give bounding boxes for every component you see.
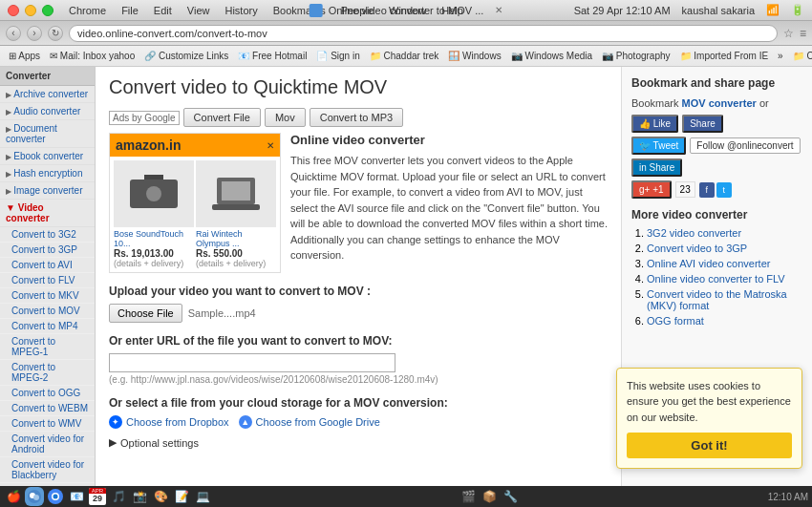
more-link-1[interactable]: 3G2 video converter	[647, 227, 741, 239]
optional-settings-button[interactable]: ▶ Optional settings	[109, 436, 608, 449]
bookmark-more[interactable]: »	[775, 50, 786, 62]
fb-mini-icon[interactable]: f	[699, 182, 715, 198]
tab-bar: Online video converter to MOV ... ✕	[310, 4, 503, 17]
sidebar-item-mov[interactable]: Convert to MOV	[0, 304, 95, 319]
ad-product-1: Bose SoundTouch 10... Rs. 19,013.00 (det…	[114, 160, 194, 268]
bookmark-other[interactable]: 📁 Other Bookmarks	[790, 50, 812, 62]
taskbar-center-1[interactable]: 🎬	[459, 487, 479, 506]
facebook-share-button[interactable]: Share	[682, 115, 723, 133]
sidebar-item-hash[interactable]: Hash encryption	[0, 165, 95, 182]
menu-file[interactable]: File	[121, 5, 139, 16]
taskbar-center-3[interactable]: 🔧	[502, 487, 521, 506]
convert-to-mp3-button[interactable]: Convert to MP3	[310, 108, 403, 127]
sidebar-item-archive[interactable]: Archive converter	[0, 86, 95, 103]
convert-file-button[interactable]: Convert File	[183, 108, 261, 127]
settings-icon[interactable]: ≡	[800, 27, 806, 40]
social-row-tw: 🐦 Tweet Follow @onlineconvert	[631, 137, 802, 155]
got-it-button[interactable]: Got it!	[627, 433, 792, 458]
main-two-col: amazon.in ✕ Bose SoundTouch 10... Rs. 19…	[109, 133, 608, 273]
ad-close-icon[interactable]: ✕	[267, 140, 274, 151]
bookmark-photography[interactable]: 📷 Photography	[599, 50, 673, 62]
taskbar-finder-icon[interactable]	[25, 487, 44, 506]
bookmark-windows-media[interactable]: 📷 Windows Media	[508, 50, 595, 62]
sidebar-item-audio[interactable]: Audio converter	[0, 103, 95, 120]
menu-view[interactable]: View	[187, 5, 210, 16]
taskbar-calendar-icon[interactable]: APR 29	[88, 487, 107, 506]
taskbar-icon-5[interactable]: 🎵	[109, 487, 128, 506]
taskbar-icon-8[interactable]: 📝	[172, 487, 191, 506]
sidebar-item-wmv[interactable]: Convert to WMV	[0, 416, 95, 432]
bookmark-mail[interactable]: ✉ Mail: Inbox yahoo	[47, 50, 138, 62]
taskbar-chrome-icon[interactable]	[46, 487, 65, 506]
more-converter-title: More video converter	[631, 208, 802, 222]
mov-button[interactable]: Mov	[265, 108, 306, 127]
ad-product-1-name[interactable]: Bose SoundTouch 10...	[114, 229, 194, 248]
twitter-tweet-button[interactable]: 🐦 Tweet	[631, 137, 686, 155]
taskbar-icon-7[interactable]: 🎨	[151, 487, 170, 506]
sidebar-item-avi[interactable]: Convert to AVI	[0, 258, 95, 273]
taskbar-mail-icon[interactable]: 📧	[67, 487, 86, 506]
sidebar-item-mkv[interactable]: Convert to MKV	[0, 288, 95, 304]
url-input[interactable]	[109, 353, 395, 372]
refresh-button[interactable]: ↻	[48, 26, 63, 41]
forward-button[interactable]: ›	[27, 26, 42, 41]
addressbar: ‹ › ↻ video.online-convert.com/convert-t…	[0, 21, 812, 46]
more-link-5[interactable]: Convert video to the Matroska (MKV) form…	[647, 288, 787, 311]
taskbar-apple-icon[interactable]: 🍎	[4, 487, 23, 506]
minimize-button[interactable]	[25, 5, 36, 16]
sidebar-item-webm[interactable]: Convert to WEBM	[0, 401, 95, 416]
maximize-button[interactable]	[42, 5, 53, 16]
close-button[interactable]	[8, 5, 19, 16]
upload-row: Choose File Sample....mp4	[109, 304, 608, 323]
taskbar-icon-6[interactable]: 📸	[130, 487, 149, 506]
bookmark-star-icon[interactable]: ☆	[783, 27, 794, 40]
drive-button[interactable]: ▲ Choose from Google Drive	[239, 415, 380, 429]
more-link-6[interactable]: OGG format	[647, 315, 704, 327]
sidebar-item-video[interactable]: ▼ Video converter	[0, 200, 95, 227]
dropbox-button[interactable]: ✦ Choose from Dropbox	[109, 415, 229, 429]
sidebar-item-mpeg2[interactable]: Convert to MPEG-2	[0, 360, 95, 386]
tab-title[interactable]: Online video converter to MOV ...	[329, 5, 484, 16]
google-plus-button[interactable]: g+ +1	[631, 180, 672, 199]
tw-mini-icon[interactable]: t	[716, 182, 732, 198]
bookmark-windows[interactable]: 🪟 Windows	[445, 50, 503, 62]
menu-edit[interactable]: Edit	[154, 5, 172, 16]
sidebar-item-mpeg1[interactable]: Convert to MPEG-1	[0, 334, 95, 360]
sidebar-item-3gp[interactable]: Convert to 3GP	[0, 243, 95, 258]
taskbar-icon-9[interactable]: 💻	[193, 487, 212, 506]
cloud-row: ✦ Choose from Dropbox ▲ Choose from Goog…	[109, 415, 608, 429]
tab-close-button[interactable]: ✕	[495, 5, 502, 15]
username-display: kaushal sakaria	[682, 5, 755, 16]
bookmark-imported[interactable]: 📁 Imported From IE	[677, 50, 772, 62]
menu-history[interactable]: History	[224, 5, 257, 16]
bookmark-chaddar[interactable]: 📁 Chaddar trek	[367, 50, 442, 62]
linkedin-share-button[interactable]: in Share	[631, 158, 682, 177]
taskbar-center-2[interactable]: 📦	[481, 487, 500, 506]
sidebar-item-3g2[interactable]: Convert to 3G2	[0, 227, 95, 243]
url-bar[interactable]: video.online-convert.com/convert-to-mov	[69, 25, 778, 42]
twitter-follow-button[interactable]: Follow @onlineconvert	[690, 137, 800, 154]
bookmark-signin[interactable]: 📄 Sign in	[313, 50, 362, 62]
ad-label: Ads by Google	[109, 111, 180, 125]
mov-converter-link[interactable]: MOV converter	[682, 97, 757, 109]
sidebar-item-ogg[interactable]: Convert to OGG	[0, 386, 95, 401]
sidebar-item-flv[interactable]: Convert to FLV	[0, 273, 95, 288]
more-link-3[interactable]: Online AVI video converter	[647, 258, 770, 269]
more-link-4[interactable]: Online video converter to FLV	[647, 273, 785, 285]
facebook-like-button[interactable]: 👍 Like	[631, 115, 678, 133]
more-link-2[interactable]: Convert video to 3GP	[647, 243, 747, 254]
ad-product-2-name[interactable]: Rai Wintech Olympus ...	[196, 229, 276, 248]
sidebar-item-ebook[interactable]: Ebook converter	[0, 148, 95, 165]
bookmark-apps[interactable]: ⊞ Apps	[6, 50, 43, 62]
sidebar-item-document[interactable]: Document converter	[0, 120, 95, 148]
bookmark-hotmail[interactable]: 📧 Free Hotmail	[235, 50, 310, 62]
sidebar-item-mp4[interactable]: Convert to MP4	[0, 319, 95, 334]
sidebar-item-android[interactable]: Convert video for Android	[0, 432, 95, 457]
choose-file-button[interactable]: Choose File	[109, 304, 182, 323]
bookmark-customize[interactable]: 🔗 Customize Links	[141, 50, 231, 62]
menu-chrome[interactable]: Chrome	[69, 5, 106, 16]
sidebar-item-image[interactable]: Image converter	[0, 182, 95, 200]
back-button[interactable]: ‹	[6, 26, 21, 41]
sidebar-item-blackberry[interactable]: Convert video for Blackberry	[0, 457, 95, 483]
cookie-popup: This website uses cookies to ensure you …	[616, 368, 802, 470]
